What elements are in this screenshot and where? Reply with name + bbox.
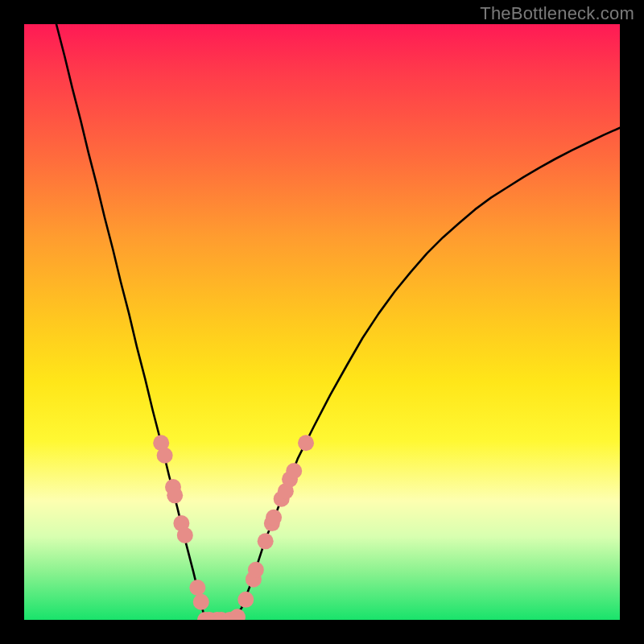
curve-marker xyxy=(189,580,205,596)
curve-marker xyxy=(298,435,314,451)
curve-marker xyxy=(177,527,193,543)
curve-marker xyxy=(286,463,302,479)
chart-svg xyxy=(24,24,620,620)
curve-marker xyxy=(237,592,254,608)
curve-marker xyxy=(258,533,274,549)
chart-frame: TheBottleneck.com xyxy=(0,0,644,644)
bottleneck-curve xyxy=(56,24,620,620)
curve-marker xyxy=(167,487,183,503)
curve-marker xyxy=(229,609,246,620)
curve-marker xyxy=(157,448,173,464)
curve-marker xyxy=(248,562,264,578)
watermark-text: TheBottleneck.com xyxy=(480,3,634,24)
plot-area xyxy=(24,24,620,620)
curve-markers xyxy=(153,435,314,620)
curve-marker xyxy=(193,594,209,610)
curve-marker xyxy=(266,510,282,526)
